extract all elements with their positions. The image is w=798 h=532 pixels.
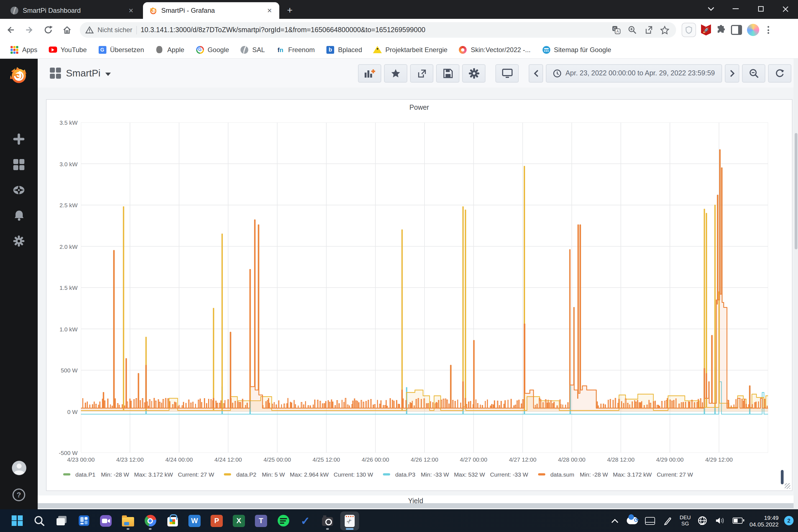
close-tab-icon[interactable]: ✕ (265, 6, 274, 15)
onedrive-sync-icon[interactable] (626, 513, 639, 528)
save-dashboard-button[interactable] (436, 64, 460, 82)
new-tab-button[interactable]: + (283, 3, 297, 18)
bookmark-item[interactable]: Apps (5, 43, 42, 56)
legend-item[interactable]: data.sumMin: -28 WMax: 3.172 kWCurrent: … (538, 471, 693, 478)
vertical-scrollbar-thumb[interactable] (794, 133, 797, 249)
time-forward-button[interactable] (725, 64, 739, 82)
add-panel-button[interactable] (358, 64, 382, 82)
favorite-star-button[interactable] (384, 64, 407, 82)
widgets-icon[interactable] (74, 511, 93, 530)
excel-icon[interactable]: X (229, 511, 248, 530)
bookmark-star-icon[interactable] (658, 24, 670, 36)
battery-icon[interactable] (732, 513, 744, 528)
bookmark-item[interactable]: bBplaced (321, 43, 366, 56)
address-bar[interactable]: Nicht sicher 10.3.141.1:3000/d/8z7DToZWk… (80, 22, 676, 38)
bookmark-item[interactable]: Projektarbeit Energie (369, 43, 452, 56)
sidebar-help-icon[interactable]: ? (0, 480, 38, 509)
task-view-icon[interactable] (52, 511, 71, 530)
vertical-scrollbar[interactable] (794, 59, 798, 509)
time-range-picker[interactable]: Apr. 23, 2022 00:00:00 to Apr. 29, 2022 … (546, 64, 722, 82)
legend-item[interactable]: data.P3Min: -33 WMax: 532 WCurrent: -33 … (383, 471, 528, 478)
clock[interactable]: 19:4904.05.2022 (749, 514, 779, 527)
panel-scrollbar-thumb[interactable] (781, 470, 784, 484)
camera-icon[interactable] (318, 511, 337, 530)
profile-avatar[interactable] (747, 24, 759, 36)
video-meeting-app-icon[interactable] (96, 511, 115, 530)
bookmark-item[interactable]: fnFreenom (271, 43, 319, 56)
start-button[interactable] (8, 511, 26, 530)
share-dashboard-button[interactable] (410, 64, 434, 82)
dashboard-settings-button[interactable] (462, 64, 486, 82)
minimize-button[interactable] (723, 0, 748, 18)
close-button[interactable] (773, 0, 798, 18)
power-panel: Power 3.5 kW3.0 kW2.5 kW2.0 kW1.5 kW1.0 … (46, 99, 793, 491)
teams-icon[interactable]: T (252, 511, 270, 530)
bookmark-item[interactable]: Google (191, 43, 233, 56)
panel-resize-handle[interactable] (785, 483, 790, 489)
share-icon[interactable] (642, 24, 654, 36)
language-indicator[interactable]: DEUSG (680, 515, 691, 527)
todo-check-icon[interactable]: ✓ (296, 511, 315, 530)
tv-mode-button[interactable] (496, 64, 519, 82)
legend-item[interactable]: data.P1Min: -28 WMax: 3.172 kWCurrent: 2… (63, 471, 214, 478)
pen-icon[interactable] (662, 513, 674, 528)
url-text[interactable]: 10.3.141.1:3000/d/8z7DToZWk/smartpi?orgI… (140, 26, 606, 34)
maximize-button[interactable] (748, 0, 773, 18)
bookmark-item[interactable]: GÜbersetzen (93, 43, 149, 56)
time-back-button[interactable] (529, 64, 543, 82)
grafana-logo[interactable] (0, 59, 38, 92)
yield-panel-header[interactable]: Yield (38, 495, 794, 503)
bookmark-item[interactable]: Sitemap für Google (537, 43, 616, 56)
extension-shield-icon[interactable] (682, 23, 696, 37)
clock-icon (553, 69, 562, 77)
tray-chevron-up-icon[interactable] (609, 513, 621, 528)
zoom-out-time-button[interactable] (742, 64, 765, 82)
bookmark-item[interactable]: Skin:Vector/2022 -... (454, 43, 535, 56)
forward-icon[interactable] (21, 22, 38, 38)
word-icon[interactable]: W (185, 511, 204, 530)
mcafee-icon[interactable]: 🚀 (701, 24, 711, 36)
no-internet-globe-icon[interactable] (696, 513, 708, 528)
volume-icon[interactable] (714, 513, 726, 528)
horizontal-scrollbar[interactable] (38, 503, 794, 508)
microsoft-store-icon[interactable] (163, 511, 182, 530)
legend-item[interactable]: data.P2Min: 5 WMax: 2.964 kWCurrent: 130… (224, 471, 373, 478)
security-label[interactable]: Nicht sicher (97, 26, 132, 34)
sidebar-dashboards-icon[interactable] (0, 152, 38, 177)
touchpad-icon[interactable] (644, 513, 657, 528)
bookmark-item[interactable]: Apple (151, 43, 189, 56)
powerpoint-icon[interactable]: P (207, 511, 226, 530)
zoom-in-icon[interactable] (626, 24, 639, 36)
notification-badge[interactable]: 2 (784, 516, 794, 525)
sidebar-explore-icon[interactable] (0, 177, 38, 203)
sidebar-configuration-icon[interactable] (0, 228, 38, 254)
x-axis-tick: 4/24 00:00 (158, 456, 200, 463)
sidebar-create-icon[interactable] (0, 126, 38, 152)
chrome-menu-icon[interactable] (764, 26, 773, 34)
chrome-icon[interactable] (141, 511, 159, 530)
reload-icon[interactable] (40, 22, 57, 38)
file-explorer-icon[interactable] (119, 511, 137, 530)
back-icon[interactable] (2, 22, 19, 38)
spotify-icon[interactable] (274, 511, 292, 530)
search-icon[interactable] (30, 511, 49, 530)
refresh-button[interactable] (768, 64, 791, 82)
tab-smartpi-grafana[interactable]: SmartPi - Grafana ✕ (143, 2, 279, 19)
translate-icon[interactable]: GA (610, 24, 622, 36)
dashboard-title[interactable]: SmartPi (66, 67, 100, 79)
home-icon[interactable] (59, 22, 75, 38)
snipping-tool-icon[interactable] (340, 511, 359, 530)
tab-search-icon[interactable] (698, 0, 723, 18)
bookmark-item[interactable]: YouTube (44, 43, 91, 56)
bookmark-item[interactable]: SAL (236, 43, 269, 56)
close-tab-icon[interactable]: ✕ (127, 6, 135, 15)
extensions-puzzle-icon[interactable] (716, 25, 726, 35)
dashboard-title-group[interactable]: SmartPi (50, 67, 111, 79)
tab-smartpi-dashboard[interactable]: SmartPi Dashboard ✕ (4, 2, 141, 19)
sidebar-user-avatar[interactable] (0, 455, 38, 480)
panel-title[interactable]: Power (46, 103, 792, 111)
sidebar-alerting-icon[interactable] (0, 203, 38, 228)
power-chart-plot[interactable] (81, 122, 768, 453)
side-panel-icon[interactable] (731, 25, 742, 35)
windows-taskbar: W P X T ✓ DEUSG 19:4904.05.2022 2 (0, 509, 798, 532)
